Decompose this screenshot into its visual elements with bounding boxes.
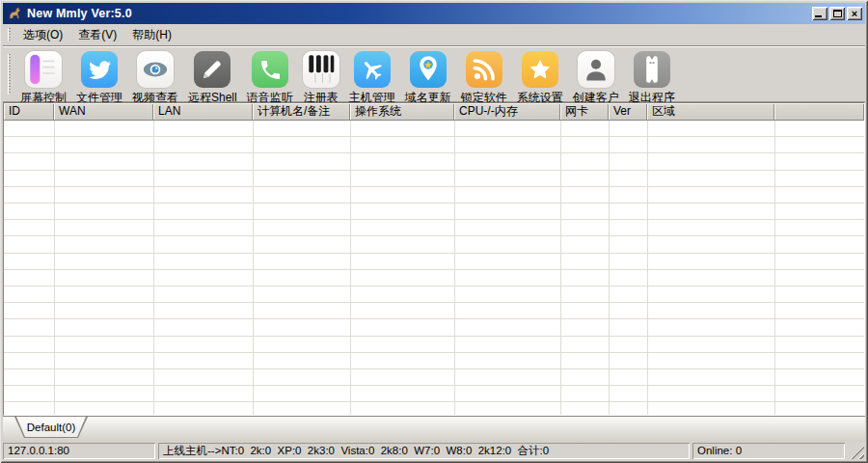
pencil-icon [194,51,231,88]
eye-icon [137,51,174,88]
menu-help[interactable]: 帮助(H) [124,24,179,46]
column-divider [350,121,351,415]
tab-default-label: Default(0) [15,417,87,437]
map-pin-star-icon [410,51,447,88]
toolbar-button-create-client[interactable]: 创建客户 [568,50,624,107]
rss-icon [466,51,502,88]
toolbar-button-exit-program[interactable]: 退出程序 [624,50,680,107]
horse-icon [7,6,22,21]
status-hosts-summary: 上线主机-->NT:0 2k:0 XP:0 2k3:0 Vista:0 2k8:… [158,443,690,459]
column-divider [609,121,610,415]
notebook-icon [25,51,62,88]
column-header-blank[interactable] [774,103,864,120]
twitter-bird-icon [81,51,118,88]
piano-keys-icon [303,51,339,88]
column-header-region[interactable]: 区域 [647,103,774,120]
close-button[interactable]: × [847,7,862,20]
column-divider [647,121,648,415]
toolbar: 屏幕控制 文件管理 [3,47,865,102]
window-title: New Mmly Ver:5.0 [27,7,812,20]
toolbar-button-file-manager[interactable]: 文件管理 [71,50,127,107]
column-header-lan[interactable]: LAN [153,103,253,120]
list-header: ID WAN LAN 计算机名/备注 操作系统 CPU-/-内存 网卡 Ver … [4,103,864,121]
minimize-button[interactable] [812,7,827,20]
status-online-count: Online: 0 [692,443,845,459]
host-list: ID WAN LAN 计算机名/备注 操作系统 CPU-/-内存 网卡 Ver … [3,102,865,416]
column-header-nic[interactable]: 网卡 [560,103,609,120]
column-header-id[interactable]: ID [4,103,54,120]
column-divider [253,121,254,415]
toolbar-button-video-view[interactable]: 视频查看 [127,50,183,107]
toolbar-button-domain-update[interactable]: 域名更新 [400,50,456,107]
toolbar-button-screen-control[interactable]: 屏幕控制 [15,50,71,107]
column-header-cpu-mem[interactable]: CPU-/-内存 [454,103,560,120]
person-icon [578,51,614,88]
toolbar-button-registry[interactable]: 注册表 [298,50,344,107]
toolbar-button-lock-software[interactable]: 锁定软件 [456,50,512,107]
star-icon [522,51,558,88]
title-bar[interactable]: New Mmly Ver:5.0 × [3,3,865,24]
toolbar-gripper[interactable] [8,54,11,95]
menu-options[interactable]: 选项(O) [15,24,70,46]
column-header-computer[interactable]: 计算机名/备注 [253,103,350,120]
toolbar-button-system-settings[interactable]: 系统设置 [512,50,568,107]
column-header-ver[interactable]: Ver [609,103,647,120]
ticket-icon [634,51,670,88]
status-listen-address: 127.0.0.1:80 [3,443,155,459]
maximize-button[interactable] [829,7,845,20]
airplane-icon [354,51,391,88]
toolbar-button-remote-shell[interactable]: 远程Shell [183,50,242,107]
menu-bar: 选项(O) 查看(V) 帮助(H) [3,24,865,45]
close-icon: × [852,9,857,18]
menu-view[interactable]: 查看(V) [70,24,124,46]
column-divider [454,121,455,415]
app-window: New Mmly Ver:5.0 × 选项(O) 查看(V) 帮助(H) [0,0,868,463]
resize-grip[interactable] [851,446,864,459]
column-header-os[interactable]: 操作系统 [350,103,454,120]
toolbar-button-voice-listen[interactable]: 语音监听 [242,50,298,107]
column-divider [560,121,561,415]
list-body[interactable] [4,121,864,415]
column-divider [54,121,55,415]
tab-default[interactable]: Default(0) [14,417,88,438]
menubar-gripper[interactable] [8,28,11,41]
minimize-icon [815,15,822,17]
status-bar: 127.0.0.1:80 上线主机-->NT:0 2k:0 XP:0 2k3:0… [3,442,865,460]
column-divider [153,121,154,415]
column-divider [774,121,775,415]
group-tab-bar: Default(0) [3,416,865,442]
phone-icon [252,51,288,88]
column-header-wan[interactable]: WAN [54,103,153,120]
toolbar-button-host-manage[interactable]: 主机管理 [344,50,400,107]
maximize-icon [833,10,842,17]
